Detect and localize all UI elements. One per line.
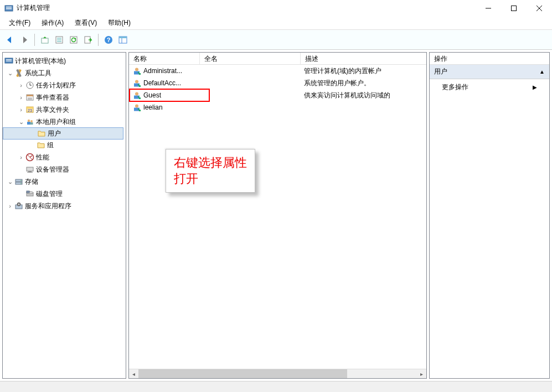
tree-label: 事件查看器 [36, 93, 69, 102]
properties-button[interactable] [53, 33, 66, 47]
tree-label: 共享文件夹 [36, 105, 69, 115]
clock-icon [25, 81, 35, 90]
export-button[interactable] [81, 33, 95, 47]
tree-task-scheduler[interactable]: › 任务计划程序 [3, 79, 126, 91]
svg-rect-38 [30, 122, 33, 125]
scroll-track[interactable] [138, 369, 417, 378]
close-button[interactable] [527, 0, 552, 17]
back-button[interactable] [3, 33, 17, 47]
svg-rect-29 [27, 95, 33, 96]
tree-label: 组 [47, 141, 54, 150]
chevron-right-icon[interactable]: › [17, 94, 25, 101]
chevron-right-icon[interactable]: › [17, 106, 25, 114]
list-row[interactable]: DefaultAcc... 系统管理的用户帐户。 [129, 77, 426, 89]
svg-rect-7 [42, 38, 48, 43]
cell-description: 管理计算机(域)的内置帐户 [304, 66, 381, 76]
svg-text:?: ? [107, 37, 111, 43]
tree-system-tools[interactable]: ⌄ 系统工具 [3, 67, 126, 79]
submenu-icon: ▶ [533, 84, 537, 90]
tree-services-apps[interactable]: › 服务和应用程序 [3, 200, 126, 212]
collapse-icon[interactable]: ▲ [539, 69, 545, 75]
maximize-button[interactable] [501, 0, 527, 17]
refresh-button[interactable] [67, 33, 80, 47]
tree-local-users-groups[interactable]: ⌄ 本地用户和组 [3, 116, 126, 128]
list-row[interactable]: leelian [129, 101, 426, 114]
chevron-down-icon[interactable]: ⌄ [6, 178, 14, 185]
chevron-down-icon[interactable]: ⌄ [6, 69, 14, 77]
tree-event-viewer[interactable]: › 事件查看器 [3, 91, 126, 104]
shared-folder-icon: 23 [25, 105, 35, 114]
show-hide-button[interactable] [116, 33, 130, 47]
scroll-left-icon[interactable]: ◂ [129, 369, 138, 378]
svg-point-55 [135, 68, 138, 71]
tree-label: 系统工具 [25, 69, 51, 78]
chevron-right-icon[interactable]: › [17, 81, 25, 89]
tree-label: 磁盘管理 [36, 189, 63, 199]
tree-groups[interactable]: 组 [3, 139, 126, 151]
minimize-button[interactable] [476, 0, 501, 17]
svg-point-47 [20, 180, 22, 181]
list-body[interactable]: Administrat... 管理计算机(域)的内置帐户 DefaultAcc.… [129, 65, 426, 369]
menu-view[interactable]: 查看(V) [69, 17, 102, 29]
list-row[interactable]: Guest 供来宾访问计算机或访问域的 [129, 89, 426, 101]
action-more[interactable]: 更多操作 ▶ [430, 79, 549, 95]
menu-action[interactable]: 操作(A) [36, 17, 69, 29]
tree-view[interactable]: 计算机管理(本地) ⌄ 系统工具 › 任务计划程序 [3, 53, 126, 378]
svg-point-57 [135, 80, 138, 84]
forward-button[interactable] [18, 33, 31, 47]
up-button[interactable] [38, 33, 51, 47]
folder-icon [37, 129, 47, 138]
cell-name: leelian [143, 104, 163, 111]
cell-description: 系统管理的用户帐户。 [304, 79, 370, 88]
scroll-right-icon[interactable]: ▸ [417, 369, 426, 378]
statusbar [0, 381, 552, 392]
window-title: 计算机管理 [17, 3, 50, 13]
window: 计算机管理 文件(F) 操作(A) 查看(V) 帮助(H) [0, 0, 552, 392]
svg-rect-44 [27, 172, 33, 173]
chevron-right-icon[interactable]: › [6, 202, 14, 210]
annotation-text: 右键选择属性打开 [174, 156, 247, 185]
tree-users[interactable]: 用户 [3, 127, 123, 140]
tree-root[interactable]: 计算机管理(本地) [3, 55, 126, 67]
svg-rect-36 [27, 122, 30, 125]
chevron-right-icon[interactable]: › [17, 153, 25, 161]
col-description[interactable]: 描述 [301, 53, 426, 64]
svg-text:23: 23 [28, 109, 32, 112]
tree-label: 本地用户和组 [36, 117, 76, 127]
svg-point-48 [20, 183, 22, 184]
disk-icon [25, 189, 35, 198]
menu-file[interactable]: 文件(F) [3, 17, 36, 29]
users-groups-icon [25, 117, 35, 126]
tree-performance[interactable]: › 性能 [3, 151, 126, 163]
folder-icon [36, 141, 46, 149]
tree-shared-folders[interactable]: › 23 共享文件夹 [3, 104, 126, 116]
tree-disk-mgmt[interactable]: 磁盘管理 [3, 188, 126, 200]
tree-device-manager[interactable]: 设备管理器 [3, 163, 126, 176]
tree-label: 性能 [36, 153, 49, 162]
svg-rect-51 [27, 191, 29, 193]
menubar: 文件(F) 操作(A) 查看(V) 帮助(H) [0, 17, 552, 30]
tree-label: 存储 [25, 177, 38, 187]
col-fullname[interactable]: 全名 [200, 53, 301, 64]
col-name[interactable]: 名称 [129, 53, 200, 64]
client-area: 计算机管理(本地) ⌄ 系统工具 › 任务计划程序 [0, 50, 552, 381]
list-row[interactable]: Administrat... 管理计算机(域)的内置帐户 [129, 65, 426, 77]
action-group-header[interactable]: 用户 ▲ [430, 65, 549, 79]
tree-label: 设备管理器 [36, 165, 69, 174]
chevron-down-icon[interactable]: ⌄ [17, 118, 25, 126]
svg-rect-4 [512, 6, 517, 11]
cell-name: Guest [143, 91, 161, 99]
svg-point-54 [18, 204, 19, 205]
svg-point-61 [135, 105, 138, 108]
performance-icon [25, 153, 35, 162]
svg-rect-21 [6, 59, 12, 60]
horizontal-scrollbar[interactable]: ◂ ▸ [129, 369, 426, 378]
cell-name: DefaultAcc... [143, 79, 181, 87]
menu-help[interactable]: 帮助(H) [102, 17, 136, 29]
app-icon [4, 4, 13, 13]
tree-storage[interactable]: ⌄ 存储 [3, 176, 126, 188]
scroll-thumb[interactable] [138, 369, 347, 378]
help-button[interactable]: ? [102, 33, 115, 47]
tree-label: 服务和应用程序 [25, 202, 71, 211]
cell-name: Administrat... [143, 67, 182, 75]
